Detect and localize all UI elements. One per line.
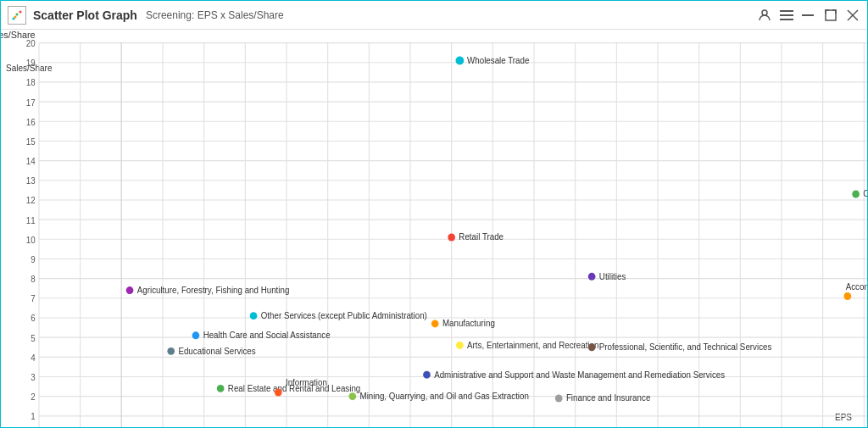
title-bar: Scatter Plot Graph Screening: EPS x Sale… <box>1 1 867 30</box>
svg-point-4 <box>762 10 767 15</box>
point-label: Mining, Quarrying, and Oil and Gas Extra… <box>360 392 529 401</box>
svg-text:13: 13 <box>26 176 36 186</box>
data-point[interactable] <box>192 331 200 339</box>
svg-rect-5 <box>780 10 793 12</box>
svg-text:16: 16 <box>26 118 36 127</box>
app-icon <box>8 6 26 25</box>
menu-icon[interactable] <box>779 8 794 23</box>
data-point[interactable] <box>852 191 860 198</box>
svg-text:4: 4 <box>31 353 36 363</box>
svg-point-3 <box>14 15 17 18</box>
svg-rect-6 <box>780 14 793 16</box>
point-label: Finance and Insurance <box>566 393 651 403</box>
point-label: Information <box>286 378 327 387</box>
data-point[interactable] <box>588 273 596 281</box>
point-label: Retail Trade <box>459 232 504 242</box>
svg-text:19: 19 <box>26 58 36 68</box>
chart-svg: 1234567891011121314151617181920-0.10-0.0… <box>39 38 867 427</box>
point-label: Administrative and Support and Waste Man… <box>434 370 725 379</box>
svg-text:7: 7 <box>31 294 36 303</box>
svg-text:12: 12 <box>26 196 36 205</box>
svg-text:2: 2 <box>31 392 36 402</box>
svg-text:17: 17 <box>26 97 36 107</box>
data-point[interactable] <box>448 234 455 242</box>
data-point[interactable] <box>588 343 596 351</box>
data-point[interactable] <box>423 371 431 379</box>
point-label: Health Care and Social Assistance <box>203 331 331 340</box>
data-point[interactable] <box>167 347 175 355</box>
svg-text:9: 9 <box>31 255 36 264</box>
data-point[interactable] <box>275 389 282 397</box>
data-point[interactable] <box>456 342 464 349</box>
point-label: Construction <box>863 189 867 198</box>
point-label: Arts, Entertainment, and Recreation <box>467 341 598 350</box>
data-point[interactable] <box>349 392 357 400</box>
data-point[interactable] <box>431 320 439 327</box>
point-label: Agriculture, Forestry, Fishing and Hunti… <box>137 286 290 295</box>
data-point[interactable] <box>217 385 225 392</box>
svg-text:20: 20 <box>26 39 36 48</box>
point-label: Educational Services <box>178 347 255 356</box>
svg-text:8: 8 <box>31 275 36 284</box>
close-icon[interactable] <box>845 8 860 23</box>
window-controls <box>757 8 860 23</box>
svg-text:1: 1 <box>31 412 36 421</box>
data-point[interactable] <box>126 286 134 294</box>
point-label: Utilities <box>599 272 626 281</box>
svg-text:18: 18 <box>26 78 36 87</box>
svg-text:3: 3 <box>31 373 36 382</box>
data-point[interactable] <box>456 56 465 64</box>
chart-area: Sales/Share EPS 123456789101112131415161… <box>1 30 867 427</box>
main-window: Scatter Plot Graph Screening: EPS x Sale… <box>0 0 868 428</box>
svg-rect-7 <box>780 19 793 20</box>
point-label: Manufacturing <box>442 319 495 328</box>
minimize-icon[interactable] <box>801 8 816 23</box>
data-point[interactable] <box>555 395 563 403</box>
svg-text:5: 5 <box>31 333 36 342</box>
svg-text:10: 10 <box>26 236 36 245</box>
svg-text:15: 15 <box>26 137 36 147</box>
svg-rect-8 <box>802 14 814 16</box>
data-point[interactable] <box>844 292 852 300</box>
point-label: Accommodation and Food Services <box>846 282 867 292</box>
svg-text:Sales/Share: Sales/Share <box>1 30 36 40</box>
point-label: Other Services (except Public Administra… <box>261 311 427 320</box>
svg-text:14: 14 <box>26 157 36 166</box>
window-title: Scatter Plot Graph <box>33 8 137 22</box>
point-label: Professional, Scientific, and Technical … <box>599 342 772 352</box>
svg-text:11: 11 <box>26 215 36 225</box>
svg-rect-9 <box>826 10 836 20</box>
maximize-icon[interactable] <box>823 8 838 23</box>
svg-point-2 <box>19 10 22 13</box>
window-subtitle: Screening: EPS x Sales/Share <box>146 9 284 21</box>
svg-text:6: 6 <box>31 314 36 323</box>
point-label: Wholesale Trade <box>467 56 530 65</box>
person-icon[interactable] <box>757 8 772 23</box>
data-point[interactable] <box>250 312 258 320</box>
svg-point-1 <box>16 13 19 15</box>
